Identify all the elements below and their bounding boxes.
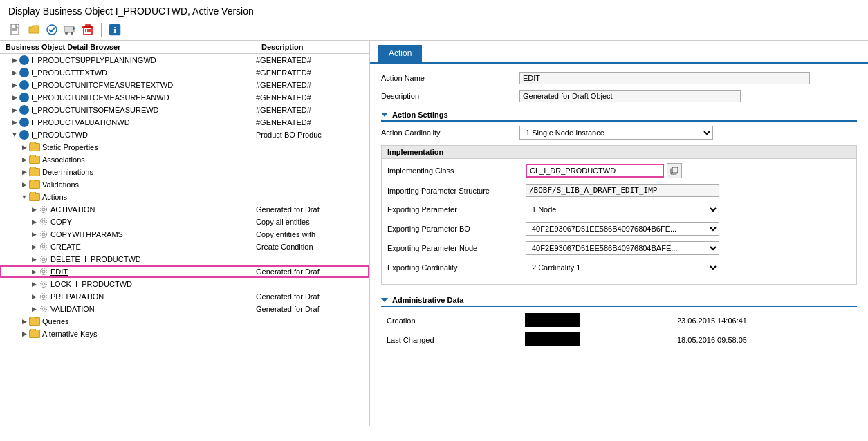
exporting-param-node-label: Exporting Parameter Node bbox=[387, 244, 526, 252]
transport-icon[interactable] bbox=[62, 22, 77, 37]
expand-arrow[interactable]: ▶ bbox=[29, 279, 39, 289]
admin-section-triangle bbox=[381, 298, 388, 302]
expand-arrow[interactable]: ▶ bbox=[19, 180, 29, 189]
tree-row-label: ACTIVATION bbox=[50, 205, 95, 214]
action-icon bbox=[39, 292, 48, 301]
expand-arrow[interactable]: ▶ bbox=[19, 317, 29, 326]
tree-row[interactable]: ▶Static Properties bbox=[0, 141, 369, 153]
tree-row[interactable]: ▶ EDITGenerated for Draf bbox=[0, 265, 369, 278]
tree-row[interactable]: ▶Determinations bbox=[0, 166, 369, 178]
action-icon bbox=[39, 217, 48, 227]
circle-icon bbox=[19, 55, 29, 65]
circle-icon bbox=[19, 68, 29, 77]
expand-arrow[interactable]: ▶ bbox=[10, 105, 19, 115]
tree-row-label: VALIDATION bbox=[50, 305, 95, 313]
svg-point-3 bbox=[47, 25, 57, 35]
implementation-section: Implementation Implementing Class bbox=[381, 145, 857, 285]
expand-arrow[interactable]: ▶ bbox=[29, 242, 39, 252]
action-icon bbox=[39, 254, 48, 264]
expand-arrow[interactable]: ▶ bbox=[19, 329, 29, 339]
expand-arrow[interactable]: ▶ bbox=[29, 229, 39, 239]
tree-row[interactable]: ▶Alternative Keys bbox=[0, 328, 369, 340]
tree-row[interactable]: ▶I_PRODUCTUNITOFMEASUREEANWD#GENERATED# bbox=[0, 91, 369, 104]
expand-arrow[interactable]: ▼ bbox=[10, 130, 19, 140]
exporting-param-label: Exporting Parameter bbox=[387, 205, 526, 214]
info-icon[interactable]: i bbox=[107, 22, 122, 37]
exporting-param-select[interactable]: 1 Node bbox=[526, 203, 719, 216]
folder-icon bbox=[29, 330, 40, 338]
tree-container[interactable]: ▶I_PRODUCTSUPPLYPLANNINGWD#GENERATED#▶I_… bbox=[0, 54, 369, 426]
tree-row[interactable]: ▶ LOCK_I_PRODUCTWD bbox=[0, 278, 369, 290]
cardinality-select[interactable]: 1 Single Node Instance bbox=[519, 126, 713, 140]
expand-arrow[interactable]: ▶ bbox=[29, 292, 39, 301]
expand-arrow[interactable]: ▼ bbox=[19, 192, 29, 202]
tree-row[interactable]: ▶ COPYWITHPARAMSCopy entities with bbox=[0, 228, 369, 241]
expand-arrow[interactable]: ▶ bbox=[10, 55, 19, 65]
delete-icon[interactable] bbox=[80, 22, 95, 37]
svg-point-27 bbox=[41, 281, 47, 288]
open-icon[interactable] bbox=[26, 22, 41, 37]
tree-row-label: PREPARATION bbox=[50, 292, 104, 301]
exporting-cardinality-select[interactable]: 2 Cardinality 1 bbox=[526, 261, 719, 274]
tree-row[interactable]: ▼I_PRODUCTWDProduct BO Produc bbox=[0, 129, 369, 141]
expand-arrow[interactable]: ▶ bbox=[10, 93, 19, 102]
action-name-label: Action Name bbox=[381, 74, 519, 82]
action-name-input[interactable] bbox=[519, 72, 810, 84]
svg-point-21 bbox=[41, 244, 47, 250]
importing-param-input[interactable] bbox=[526, 184, 719, 197]
tree-row-desc: #GENERATED# bbox=[256, 118, 369, 126]
expand-arrow[interactable]: ▶ bbox=[19, 167, 29, 177]
tree-row[interactable]: ▶ COPYCopy all entities bbox=[0, 216, 369, 228]
tree-row[interactable]: ▶ DELETE_I_PRODUCTWD bbox=[0, 253, 369, 265]
check-icon[interactable] bbox=[44, 22, 59, 37]
tree-row-label: Alternative Keys bbox=[42, 330, 97, 338]
expand-arrow[interactable]: ▶ bbox=[29, 304, 39, 314]
exporting-param-bo-select[interactable]: 40F2E93067D51EE586B40976804B6FE... bbox=[526, 222, 719, 236]
expand-arrow[interactable]: ▶ bbox=[29, 205, 39, 214]
exporting-param-node-select[interactable]: 40F2E93067D51EE586B40976804BAFE... bbox=[526, 241, 719, 255]
svg-point-6 bbox=[71, 32, 73, 35]
svg-point-15 bbox=[41, 207, 47, 213]
creation-avatar bbox=[525, 313, 580, 327]
tree-row-label: I_PRODUCTSUPPLYPLANNINGWD bbox=[31, 56, 156, 64]
implementing-class-copy-btn[interactable] bbox=[667, 163, 682, 178]
last-changed-label: Last Changed bbox=[381, 330, 519, 350]
tree-row[interactable]: ▶ PREPARATIONGenerated for Draf bbox=[0, 290, 369, 303]
expand-arrow[interactable]: ▶ bbox=[19, 155, 29, 165]
svg-point-17 bbox=[41, 219, 47, 225]
tree-row[interactable]: ▶Queries bbox=[0, 315, 369, 328]
importing-param-label: Importing Parameter Structure bbox=[387, 187, 526, 195]
implementing-class-input[interactable] bbox=[526, 164, 664, 178]
exporting-param-bo-value: 40F2E93067D51EE586B40976804B6FE... bbox=[526, 222, 816, 236]
tree-row[interactable]: ▶I_PRODUCTTEXTWD#GENERATED# bbox=[0, 66, 369, 79]
tree-row[interactable]: ▶ ACTIVATIONGenerated for Draf bbox=[0, 203, 369, 216]
tree-row[interactable]: ▶I_PRODUCTVALUATIONWD#GENERATED# bbox=[0, 116, 369, 129]
description-input[interactable] bbox=[519, 90, 741, 102]
expand-arrow[interactable]: ▶ bbox=[19, 142, 29, 152]
tree-row[interactable]: ▶ CREATECreate Condition bbox=[0, 241, 369, 253]
svg-point-24 bbox=[42, 270, 45, 273]
expand-arrow[interactable]: ▶ bbox=[10, 80, 19, 90]
tree-row[interactable]: ▶I_PRODUCTUNITOFMEASURETEXTWD#GENERATED# bbox=[0, 79, 369, 91]
implementation-body: Implementing Class bbox=[382, 159, 856, 284]
cardinality-label: Action Cardinality bbox=[381, 129, 519, 137]
tree-row[interactable]: ▶Validations bbox=[0, 178, 369, 191]
expand-arrow[interactable]: ▶ bbox=[29, 267, 39, 276]
tree-row[interactable]: ▶ VALIDATIONGenerated for Draf bbox=[0, 303, 369, 315]
tab-action[interactable]: Action bbox=[378, 45, 422, 62]
tree-row-desc: Generated for Draf bbox=[256, 205, 369, 214]
tree-row[interactable]: ▶I_PRODUCTUNITSOFMEASUREWD#GENERATED# bbox=[0, 104, 369, 116]
expand-arrow[interactable]: ▶ bbox=[10, 118, 19, 127]
expand-arrow[interactable]: ▶ bbox=[29, 254, 39, 264]
svg-point-29 bbox=[41, 294, 47, 300]
expand-arrow[interactable]: ▶ bbox=[10, 68, 19, 77]
new-icon[interactable] bbox=[8, 22, 24, 37]
tree-row-label: I_PRODUCTUNITOFMEASUREEANWD bbox=[31, 93, 169, 102]
expand-arrow[interactable]: ▶ bbox=[29, 217, 39, 227]
implementation-header: Implementation bbox=[382, 146, 856, 159]
tree-row[interactable]: ▼Actions bbox=[0, 191, 369, 203]
description-value bbox=[519, 90, 810, 102]
tree-row[interactable]: ▶I_PRODUCTSUPPLYPLANNINGWD#GENERATED# bbox=[0, 54, 369, 66]
tree-row[interactable]: ▶Associations bbox=[0, 153, 369, 166]
tab-bar: Action bbox=[370, 41, 868, 64]
